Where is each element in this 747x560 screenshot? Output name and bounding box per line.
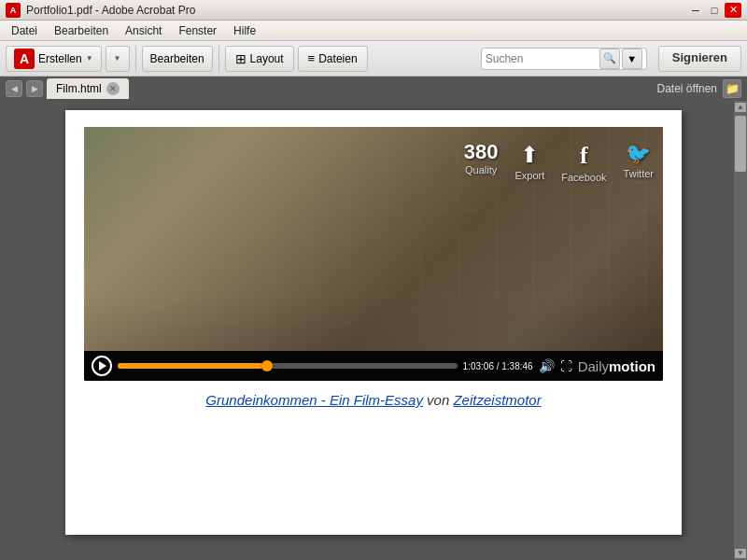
search-box[interactable]: 🔍 ▼ — [481, 48, 647, 70]
menu-ansicht[interactable]: Ansicht — [118, 22, 169, 39]
layout-button[interactable]: ⊞ Layout — [225, 46, 294, 72]
page-container: 380 Quality ⬆ Export f Facebook 🐦 — [65, 110, 682, 535]
tab-label: Film.html — [56, 82, 102, 95]
progress-fill — [118, 363, 267, 369]
menu-bearbeiten[interactable]: Bearbeiten — [47, 22, 116, 39]
scroll-up-arrow[interactable]: ▲ — [735, 103, 746, 112]
tab-film-html[interactable]: Film.html ✕ — [47, 78, 129, 99]
title-bar-controls: ─ □ ✕ — [687, 3, 741, 18]
menu-fenster[interactable]: Fenster — [171, 22, 224, 39]
open-file-label: Datei öffnen — [657, 82, 718, 95]
nav-next-button[interactable]: ▶ — [26, 80, 43, 97]
scroll-thumb[interactable] — [735, 116, 746, 172]
facebook-label: Facebook — [561, 172, 606, 183]
toolbar-separator — [135, 46, 136, 72]
minimize-button[interactable]: ─ — [687, 3, 704, 18]
nav-prev-button[interactable]: ◀ — [6, 80, 22, 97]
menu-datei[interactable]: Datei — [4, 22, 45, 39]
search-input[interactable] — [486, 52, 598, 65]
facebook-icon: f — [580, 142, 588, 170]
video-overlay-icons: 380 Quality ⬆ Export f Facebook 🐦 — [464, 142, 654, 183]
dailymotion-text-daily: Daily — [578, 358, 609, 374]
export-label: Export — [514, 170, 544, 181]
tab-bar: ◀ ▶ Film.html ✕ Datei öffnen 📁 — [0, 77, 747, 101]
video-caption: Grundeinkommen - Ein Film-Essay von Zeit… — [84, 392, 663, 408]
bearbeiten-button[interactable]: Bearbeiten — [142, 46, 213, 72]
progress-thumb — [261, 360, 273, 371]
play-button[interactable] — [92, 356, 112, 376]
export-icon: ⬆ — [520, 142, 539, 168]
content-area: 380 Quality ⬆ Export f Facebook 🐦 — [0, 101, 747, 560]
time-display: 1:03:06 / 1:38:46 — [463, 361, 533, 371]
erstellen-dropdown-arrow[interactable]: ▼ — [86, 54, 93, 63]
caption-von: von — [423, 392, 454, 408]
fullscreen-icon[interactable]: ⛶ — [560, 359, 572, 373]
dropdown-extra-button[interactable]: ▼ — [106, 46, 130, 72]
twitter-label: Twitter — [624, 168, 654, 179]
quality-label: Quality — [465, 164, 497, 175]
dateien-icon: ≡ — [308, 51, 316, 65]
open-file-icon[interactable]: 📁 — [723, 79, 741, 98]
toolbar: A Erstellen ▼ ▼ Bearbeiten ⊞ Layout ≡ Da… — [0, 41, 747, 77]
layout-icon: ⊞ — [235, 51, 247, 66]
signieren-button[interactable]: Signieren — [658, 46, 741, 72]
erstellen-icon: A — [14, 49, 35, 69]
video-background: 380 Quality ⬆ Export f Facebook 🐦 — [84, 127, 663, 351]
tab-close-button[interactable]: ✕ — [106, 82, 120, 95]
search-icon-btn[interactable]: 🔍 — [599, 49, 620, 69]
bearbeiten-label: Bearbeiten — [150, 52, 204, 65]
menu-bar: Datei Bearbeiten Ansicht Fenster Hilfe — [0, 21, 747, 41]
window-title: Portfolio1.pdf - Adobe Acrobat Pro — [26, 4, 195, 17]
play-icon — [99, 361, 106, 371]
video-wrapper: 380 Quality ⬆ Export f Facebook 🐦 — [84, 127, 663, 408]
open-file-area: Datei öffnen 📁 — [657, 79, 742, 98]
erstellen-button[interactable]: A Erstellen ▼ — [6, 46, 102, 72]
dailymotion-logo: Dailymotion — [578, 358, 655, 374]
menu-hilfe[interactable]: Hilfe — [226, 22, 263, 39]
caption-link-secondary[interactable]: Zeitzeistmotor — [453, 392, 541, 408]
title-bar: A Portfolio1.pdf - Adobe Acrobat Pro ─ □… — [0, 0, 747, 21]
export-icon-item[interactable]: ⬆ Export — [514, 142, 544, 181]
quality-number: 380 — [464, 142, 499, 162]
close-button[interactable]: ✕ — [725, 3, 741, 18]
extra-dropdown-arrow: ▼ — [114, 54, 121, 63]
quality-icon-item[interactable]: 380 Quality — [464, 142, 499, 175]
maximize-button[interactable]: □ — [706, 3, 723, 18]
caption-link-main[interactable]: Grundeinkommen - Ein Film-Essay — [205, 392, 423, 408]
layout-label: Layout — [250, 52, 284, 65]
progress-bar[interactable] — [118, 363, 458, 369]
volume-icon[interactable]: 🔊 — [539, 358, 555, 373]
twitter-icon: 🐦 — [626, 142, 651, 166]
toolbar-separator-2 — [218, 46, 219, 72]
video-container: 380 Quality ⬆ Export f Facebook 🐦 — [84, 127, 663, 381]
scroll-down-arrow[interactable]: ▼ — [735, 549, 746, 558]
search-dropdown-btn[interactable]: ▼ — [622, 49, 642, 69]
app-icon: A — [6, 3, 21, 18]
scrollbar[interactable]: ▲ ▼ — [734, 101, 747, 560]
video-controls: 1:03:06 / 1:38:46 🔊 ⛶ Dailymotion — [84, 351, 663, 381]
dailymotion-text-motion: motion — [609, 358, 655, 374]
dateien-label: Dateien — [318, 52, 357, 65]
facebook-icon-item[interactable]: f Facebook — [561, 142, 606, 183]
erstellen-label: Erstellen — [38, 52, 82, 65]
title-bar-left: A Portfolio1.pdf - Adobe Acrobat Pro — [6, 3, 195, 18]
dateien-button[interactable]: ≡ Dateien — [298, 46, 368, 72]
twitter-icon-item[interactable]: 🐦 Twitter — [624, 142, 654, 179]
